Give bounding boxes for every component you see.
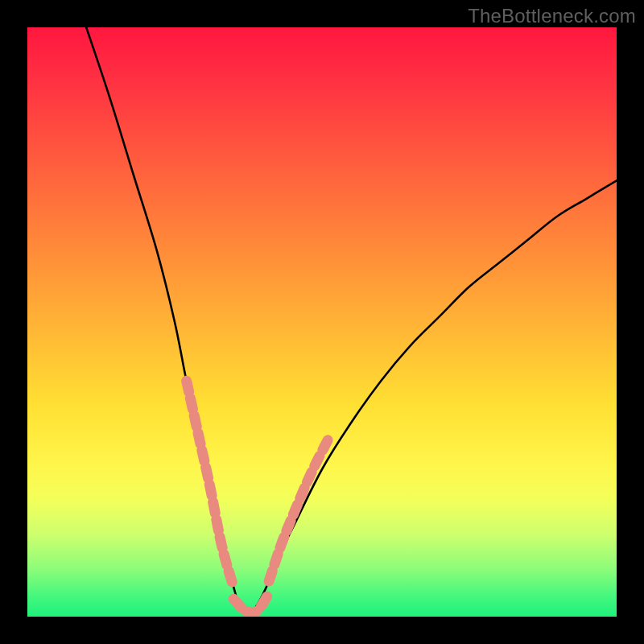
chart-frame: TheBottleneck.com xyxy=(0,0,644,644)
watermark-text: TheBottleneck.com xyxy=(468,5,636,27)
bottleneck-curve xyxy=(86,27,617,613)
highlight-right xyxy=(269,440,328,581)
curve-layer xyxy=(27,27,617,617)
highlight-bottom xyxy=(233,593,269,613)
plot-area xyxy=(27,27,617,617)
highlight-left xyxy=(187,381,234,587)
